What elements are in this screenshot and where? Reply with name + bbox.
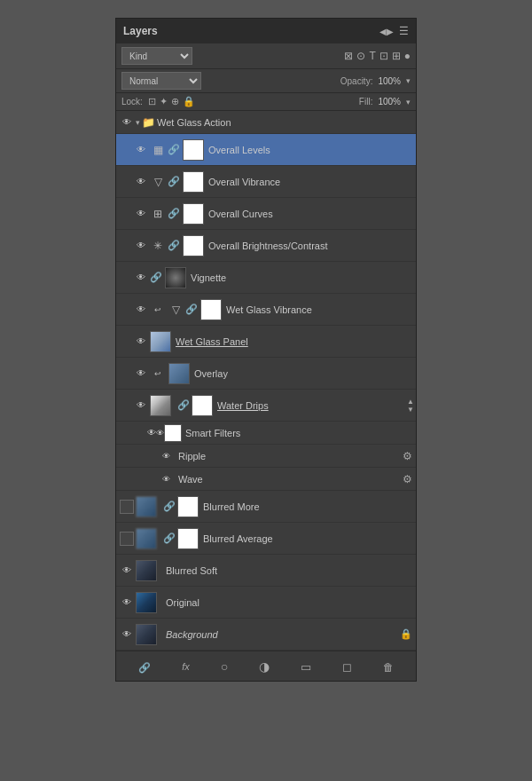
new-layer-icon[interactable] <box>342 659 352 674</box>
layer-row[interactable]: Background 🔒 <box>116 619 416 651</box>
layer-row[interactable]: 🔗 Blurred More <box>116 491 416 523</box>
new-group-icon[interactable] <box>301 659 311 674</box>
wave-filter-row[interactable]: 👁 Wave ⚙ <box>116 468 416 491</box>
wave-label: Wave <box>178 474 203 485</box>
layer-row[interactable]: ✳ 🔗 Overall Brightness/Contrast <box>116 230 416 262</box>
type-filter-icon[interactable]: T <box>369 50 375 62</box>
layer-thumb <box>136 560 157 581</box>
ripple-filter-row[interactable]: 👁 Ripple ⚙ <box>116 445 416 468</box>
layer-row[interactable]: 🔗 Blurred Average <box>116 523 416 555</box>
chain-icon[interactable]: 🔗 <box>177 399 190 411</box>
layer-row[interactable]: Blurred Soft <box>116 555 416 587</box>
adjustment-filter-icon[interactable]: ⊙ <box>356 50 365 62</box>
smart-filter-icon[interactable]: ⊞ <box>392 50 401 62</box>
eye-icon[interactable] <box>134 271 148 285</box>
eye-icon[interactable] <box>134 335 148 349</box>
chain-icon[interactable]: 🔗 <box>168 176 180 187</box>
eye-icon[interactable] <box>134 303 148 317</box>
opacity-value[interactable]: 100% <box>378 76 401 86</box>
chain-icon[interactable]: 🔗 <box>163 532 176 544</box>
eye-icon[interactable] <box>134 143 148 157</box>
return2-icon: ↩ <box>150 366 166 382</box>
chain-icon[interactable]: 🔗 <box>185 304 198 315</box>
brightness-icon: ✳ <box>150 238 166 254</box>
fill-dropdown-arrow[interactable]: ▾ <box>406 98 411 106</box>
levels-icon: ▦ <box>150 142 166 158</box>
layer-name-label: Original <box>166 597 200 608</box>
eye-icon[interactable] <box>134 175 148 189</box>
group-folder-icon: 📁 <box>142 116 155 129</box>
chain-icon[interactable]: 🔗 <box>150 272 162 283</box>
layer-row[interactable]: ▽ 🔗 Overall Vibrance <box>116 166 416 198</box>
layer-row[interactable]: ⊞ 🔗 Overall Curves <box>116 198 416 230</box>
adjustment-icon[interactable] <box>259 659 270 674</box>
layer-row[interactable]: 🔗 Vignette <box>116 262 416 294</box>
fx-footer-icon[interactable]: fx <box>182 661 190 672</box>
chain-icon[interactable]: 🔗 <box>168 208 180 219</box>
eye-icon[interactable] <box>134 367 148 381</box>
smart-filter-thumb <box>164 424 182 442</box>
color-filter-icon[interactable]: ● <box>404 50 411 62</box>
blend-mode-select[interactable]: Normal Dissolve Multiply Screen Overlay <box>121 72 201 90</box>
pixel-filter-icon[interactable]: ⊠ <box>344 50 353 62</box>
lock-transparent-icon[interactable]: ⊡ <box>148 96 156 107</box>
layer-thumb <box>136 592 157 613</box>
layer-name-label: Overall Levels <box>208 145 270 155</box>
smart-filter-eye[interactable]: 👁 <box>148 426 162 440</box>
panel-menu-icon[interactable]: ☰ <box>399 25 409 37</box>
eye-icon[interactable] <box>120 596 134 610</box>
layer-thumb <box>136 528 157 549</box>
layer-adj-icons: ⊞ 🔗 <box>150 206 180 222</box>
layer-name-label: Background <box>166 629 218 640</box>
chain-icon[interactable]: 🔗 <box>168 144 180 155</box>
eye-icon[interactable] <box>120 627 134 642</box>
eye-icon[interactable] <box>134 398 148 413</box>
layer-thumb <box>136 496 157 517</box>
layer-name-label: Wet Glass Panel <box>176 336 248 347</box>
layer-row[interactable]: Wet Glass Panel <box>116 326 416 358</box>
chain-icon[interactable]: 🔗 <box>168 240 180 251</box>
eye-icon[interactable] <box>134 207 148 221</box>
layer-mask-thumb <box>183 171 204 193</box>
lock-image-icon[interactable]: ✦ <box>160 96 168 107</box>
lock-all-icon[interactable]: 🔒 <box>183 96 195 107</box>
fill-value[interactable]: 100% <box>378 97 401 106</box>
opacity-dropdown-arrow[interactable]: ▾ <box>406 76 411 85</box>
visibility-checkbox[interactable] <box>120 532 134 546</box>
delete-layer-icon[interactable] <box>383 659 394 674</box>
group-header-wet-glass[interactable]: ▾ 📁 Wet Glass Action <box>116 111 416 134</box>
eye-icon[interactable] <box>134 239 148 253</box>
wave-eye[interactable]: 👁 <box>162 473 175 485</box>
collapse-icon[interactable]: ◀▶ <box>379 27 394 36</box>
visibility-checkbox[interactable] <box>120 500 134 514</box>
group-eye-icon[interactable] <box>120 115 134 130</box>
layer-name-label: Overall Curves <box>208 209 273 219</box>
panel-footer: fx <box>116 651 416 681</box>
eye-icon[interactable] <box>120 564 134 578</box>
lock-position-icon[interactable]: ⊕ <box>171 96 179 107</box>
ripple-settings-icon[interactable]: ⚙ <box>403 450 412 462</box>
layer-row[interactable]: ↩ Overlay <box>116 358 416 390</box>
smart-filters-row[interactable]: 👁 Smart Filters <box>116 422 416 445</box>
ripple-eye[interactable]: 👁 <box>162 450 175 462</box>
layers-list: ▦ 🔗 Overall Levels ▽ 🔗 Overall Vibrance … <box>116 134 416 651</box>
titlebar-icons: ◀▶ ☰ <box>379 25 409 37</box>
layer-name-label: Overall Vibrance <box>208 177 280 187</box>
layer-thumb <box>136 624 157 645</box>
shape-filter-icon[interactable]: ⊡ <box>379 50 388 62</box>
layer-row[interactable]: ↩ ▽ 🔗 Wet Glass Vibrance <box>116 294 416 326</box>
chain-icon[interactable]: 🔗 <box>163 501 176 512</box>
new-fill-adjustment-icon[interactable] <box>221 659 228 674</box>
layer-row[interactable]: Original <box>116 587 416 619</box>
fill-label: Fill: <box>359 97 373 106</box>
layer-row[interactable]: 🔗 Water Drips ▲ ▼ <box>116 390 416 422</box>
kind-select[interactable]: Kind Name Effect Mode Attribute Color <box>121 47 192 65</box>
layer-row[interactable]: ▦ 🔗 Overall Levels <box>116 134 416 166</box>
wave-settings-icon[interactable]: ⚙ <box>403 473 412 485</box>
group-collapse-arrow[interactable]: ▾ <box>136 118 140 127</box>
layer-adj-icons: ↩ <box>150 366 166 382</box>
layer-mask-thumb <box>183 139 204 161</box>
kind-toolbar: Kind Name Effect Mode Attribute Color ⊠ … <box>116 43 416 69</box>
layer-adj-icons: ▽ 🔗 <box>150 174 180 190</box>
link-footer-icon[interactable] <box>138 659 151 674</box>
